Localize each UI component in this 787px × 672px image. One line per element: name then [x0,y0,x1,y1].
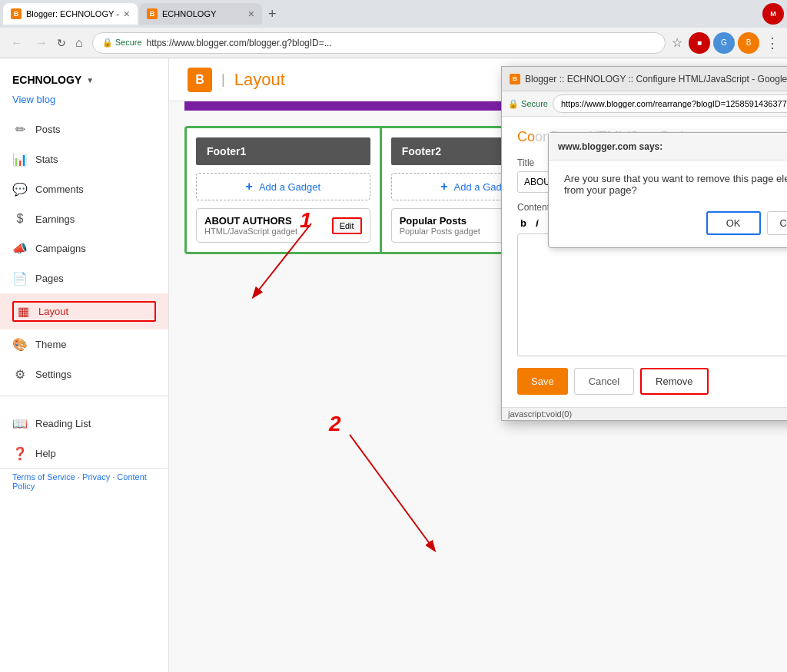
sidebar-item-help[interactable]: ❓ Help [0,439,168,468]
alert-title-text: www.blogger.com says: [558,141,662,152]
ext-icon-3[interactable]: B [738,32,759,54]
popular-posts-type: Popular Posts gadget [400,227,480,236]
terms-bar: Terms of Service · Privacy · Content Pol… [0,468,168,494]
about-authors-edit-button[interactable]: Edit [332,217,362,234]
blogger-logo: B [188,68,212,92]
about-authors-gadget: ABOUT AUTHORS HTML/JavaScript gadget Edi… [196,208,370,243]
popup-secure-icon: 🔒 Secure [508,99,548,109]
tab-title-2: ECHNOLOGY [162,9,244,18]
sidebar-bottom: 📖 Reading List ❓ Help [0,402,168,468]
earnings-label: Earnings [35,214,75,225]
extensions-area: ■ G B [689,32,759,54]
comments-icon: 💬 [12,182,28,197]
tab-bar: B Blogger: ECHNOLOGY - × B ECHNOLOGY × +… [0,0,787,28]
pages-icon: 📄 [12,271,28,286]
sidebar-item-campaigns[interactable]: 📣 Campaigns [0,233,168,263]
about-authors-info: ABOUT AUTHORS HTML/JavaScript gadget [204,215,297,236]
terms-link[interactable]: Terms of Service [12,472,75,482]
browser-window: B Blogger: ECHNOLOGY - × B ECHNOLOGY × +… [0,0,787,672]
page-title: Layout [234,70,285,90]
footer1-add-gadget[interactable]: + Add a Gadget [196,173,370,200]
theme-icon: 🎨 [12,337,28,352]
sidebar: ECHNOLOGY ▼ View blog ✏ Posts 📊 Stats 💬 … [0,58,169,672]
stats-icon: 📊 [12,152,28,167]
remove-button[interactable]: Remove [640,368,708,395]
tab-favicon-2: B [147,8,158,19]
popup-address-input[interactable] [553,94,787,113]
popup-address-bar: 🔒 Secure [502,91,787,117]
reading-list-label: Reading List [35,418,91,429]
blog-name-label: ECHNOLOGY [12,74,81,86]
campaigns-label: Campaigns [35,243,86,254]
alert-title-bar: www.blogger.com says: ✕ [549,133,787,161]
ext-icon-1[interactable]: ■ [689,32,710,54]
sidebar-item-theme[interactable]: 🎨 Theme [0,329,168,359]
plus-icon-2: + [440,180,447,194]
header-separator: | [221,71,225,88]
status-text: javascript:void(0) [508,409,572,419]
main-layout: ECHNOLOGY ▼ View blog ✏ Posts 📊 Stats 💬 … [0,58,787,672]
content-textarea[interactable] [517,233,787,356]
stats-label: Stats [35,154,58,165]
tab-bar-right: M [762,3,784,25]
popular-posts-info: Popular Posts Popular Posts gadget [400,215,480,236]
tab-blogger[interactable]: B Blogger: ECHNOLOGY - × [3,3,138,25]
popular-posts-name: Popular Posts [400,215,480,227]
cancel-button[interactable]: Cancel [574,368,634,395]
alert-message: Are you sure that you want to remove thi… [564,173,787,196]
layout-icon: ▦ [15,304,31,319]
italic-button[interactable]: i [533,216,542,230]
bookmark-button[interactable]: ☆ [672,35,682,50]
popup-status-bar: javascript:void(0) [502,407,787,420]
tab-close-2[interactable]: × [248,8,254,19]
sidebar-item-stats[interactable]: 📊 Stats [0,144,168,174]
blog-name[interactable]: ECHNOLOGY ▼ [0,68,168,92]
back-button[interactable]: ← [8,35,26,51]
alert-ok-button[interactable]: OK [706,211,761,235]
user-avatar[interactable]: M [762,3,784,25]
alert-body: Are you sure that you want to remove thi… [549,161,787,247]
about-authors-name: ABOUT AUTHORS [204,215,297,227]
blog-name-arrow: ▼ [86,76,94,84]
save-button[interactable]: Save [517,368,568,395]
address-input[interactable]: 🔒 Secure https://www.blogger.com/blogger… [92,32,666,54]
secure-icon: 🔒 Secure [102,38,142,48]
new-tab-button[interactable]: + [264,6,281,22]
sidebar-item-settings[interactable]: ⚙ Settings [0,359,168,389]
footer1-header: Footer1 [196,137,370,165]
forward-button[interactable]: → [32,35,51,51]
reading-list-icon: 📖 [12,416,28,431]
ext-icon-2[interactable]: G [713,32,735,54]
plus-icon-1: + [246,180,253,194]
popup-title-text: Blogger :: ECHNOLOGY :: Configure HTML/J… [525,74,787,84]
tab-echnology[interactable]: B ECHNOLOGY × [139,3,262,25]
layout-label: Layout [38,306,68,317]
home-button[interactable]: ⌂ [72,35,86,51]
reload-button[interactable]: ↻ [57,37,66,49]
sidebar-item-comments[interactable]: 💬 Comments [0,174,168,204]
sidebar-item-reading-list[interactable]: 📖 Reading List [0,409,168,439]
help-label: Help [35,448,56,459]
alert-actions: OK Cancel [564,211,787,235]
tab-title-1: Blogger: ECHNOLOGY - [26,9,119,18]
sidebar-divider [0,396,168,396]
posts-label: Posts [35,124,61,135]
comments-label: Comments [35,184,84,195]
svg-line-2 [350,435,434,550]
popup-title-bar: B Blogger :: ECHNOLOGY :: Configure HTML… [502,67,787,91]
bold-button[interactable]: b [517,216,530,230]
view-blog-link[interactable]: View blog [0,92,168,114]
alert-dialog: www.blogger.com says: ✕ Are you sure tha… [548,132,787,248]
posts-icon: ✏ [12,122,28,137]
privacy-link[interactable]: Privacy [82,472,110,482]
sidebar-item-layout[interactable]: ▦ Layout [0,293,168,329]
sidebar-item-posts[interactable]: ✏ Posts [0,114,168,144]
sidebar-item-earnings[interactable]: $ Earnings [0,204,168,233]
alert-cancel-button[interactable]: Cancel [767,211,787,235]
tab-close-1[interactable]: × [124,8,130,19]
browser-menu-button[interactable]: ⋮ [765,35,779,51]
address-bar: ← → ↻ ⌂ 🔒 Secure https://www.blogger.com… [0,28,787,58]
annotation-2: 2 [329,412,341,436]
theme-label: Theme [35,339,66,350]
sidebar-item-pages[interactable]: 📄 Pages [0,263,168,293]
